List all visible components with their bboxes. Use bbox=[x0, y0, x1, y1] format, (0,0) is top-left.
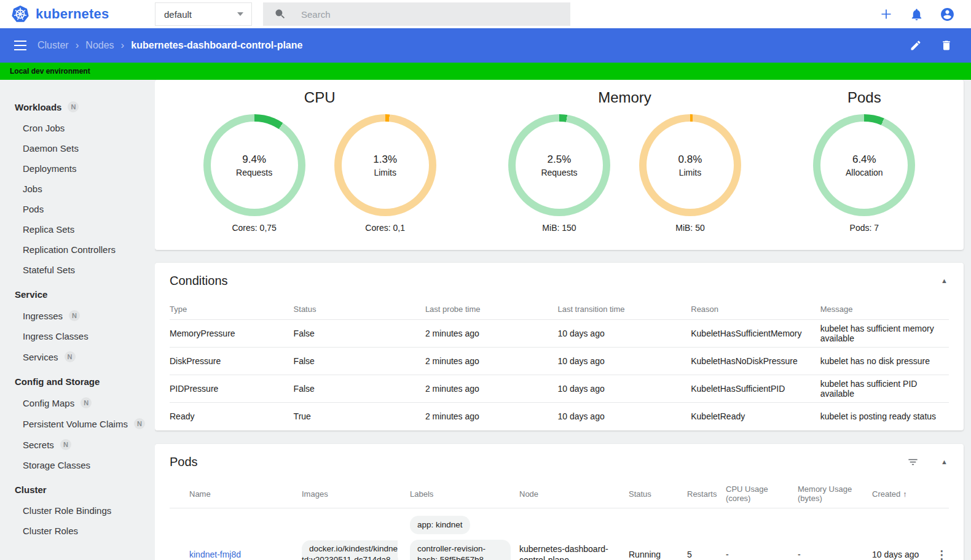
sort-ascending-icon: ↑ bbox=[903, 489, 907, 499]
menu-button[interactable] bbox=[9, 36, 31, 55]
conditions-table-header: Type Status Last probe time Last transit… bbox=[170, 298, 949, 319]
sidebar-item-label: Cluster Role Bindings bbox=[23, 505, 111, 516]
sidebar-item-replication-controllers[interactable]: Replication Controllers bbox=[0, 239, 155, 260]
toolbar: Cluster › Nodes › kubernetes-dashboard-c… bbox=[0, 28, 971, 63]
pod-memory-usage: - bbox=[798, 550, 872, 559]
sidebar-item-secrets[interactable]: Secrets N bbox=[0, 434, 155, 455]
column-header: Memory Usage (bytes) bbox=[798, 484, 872, 503]
donut-caption: Pods: 7 bbox=[850, 223, 879, 233]
pods-table-header: Name Images Labels Node Status Restarts … bbox=[170, 480, 949, 508]
column-header: Name bbox=[189, 489, 302, 499]
sidebar-header-cluster: Cluster bbox=[0, 479, 155, 500]
column-header-label: Created bbox=[872, 489, 900, 499]
sidebar-item-label: Config Maps bbox=[23, 398, 74, 408]
sidebar-item-services[interactable]: Services N bbox=[0, 346, 155, 367]
breadcrumb-separator-icon: › bbox=[121, 39, 125, 52]
chart-group-pods: Pods 6.4% Allocation Pods: 7 bbox=[799, 89, 930, 233]
sidebar: Workloads N Cron Jobs Daemon Sets Deploy… bbox=[0, 80, 155, 560]
plus-icon bbox=[879, 7, 894, 21]
filter-icon bbox=[907, 456, 919, 468]
sidebar-header-label: Config and Storage bbox=[15, 376, 100, 387]
chart-group-memory: Memory 2.5% Requests MiB: 150 bbox=[493, 89, 755, 233]
allocation-card: CPU 9.4% Requests Cores: 0,75 bbox=[155, 80, 964, 250]
column-header-created[interactable]: Created ↑ bbox=[872, 489, 932, 499]
pod-name-link[interactable]: kindnet-fmj8d bbox=[189, 550, 241, 559]
bell-icon bbox=[910, 7, 924, 21]
column-header: Last transition time bbox=[557, 305, 691, 314]
memory-limits-donut: 0.8% Limits bbox=[639, 114, 741, 216]
donut-caption: Cores: 0,75 bbox=[232, 223, 276, 233]
sidebar-item-ingress-classes[interactable]: Ingress Classes bbox=[0, 326, 155, 346]
sidebar-item-daemon-sets[interactable]: Daemon Sets bbox=[0, 138, 155, 158]
brand[interactable]: kubernetes bbox=[0, 5, 155, 23]
donut-caption: MiB: 50 bbox=[675, 223, 704, 233]
sidebar-item-label: Replication Controllers bbox=[23, 244, 116, 255]
notifications-button[interactable] bbox=[910, 7, 924, 21]
condition-transition-time: 10 days ago bbox=[557, 384, 691, 394]
sidebar-item-pods[interactable]: Pods bbox=[0, 199, 155, 219]
pod-name-cell: kindnet-fmj8d bbox=[189, 550, 302, 559]
account-button[interactable] bbox=[940, 7, 955, 22]
condition-status: False bbox=[294, 384, 425, 394]
delete-button[interactable] bbox=[940, 39, 953, 52]
collapse-icon: ▲ bbox=[941, 459, 948, 465]
donut-label: Limits bbox=[374, 168, 396, 177]
search-input[interactable] bbox=[300, 9, 563, 20]
sidebar-item-replica-sets[interactable]: Replica Sets bbox=[0, 219, 155, 239]
sidebar-item-cluster-roles[interactable]: Cluster Roles bbox=[0, 521, 155, 541]
sidebar-item-label: Cluster Roles bbox=[23, 526, 78, 536]
condition-type: MemoryPressure bbox=[170, 329, 294, 338]
column-header: Status bbox=[294, 305, 425, 314]
breadcrumb: Cluster › Nodes › kubernetes-dashboard-c… bbox=[37, 39, 302, 52]
donut-percent: 9.4% bbox=[242, 154, 266, 166]
sidebar-item-label: Jobs bbox=[23, 184, 42, 194]
condition-message: kubelet has sufficient PID available bbox=[820, 379, 949, 399]
column-header: Status bbox=[629, 489, 687, 499]
sidebar-item-cron-jobs[interactable]: Cron Jobs bbox=[0, 118, 155, 138]
cpu-requests-donut: 9.4% Requests bbox=[203, 114, 305, 216]
collapse-icon: ▲ bbox=[941, 278, 948, 284]
kubernetes-logo-icon bbox=[11, 5, 29, 23]
pod-node-cell: kubernetes-dashboard-control-plane bbox=[519, 543, 629, 560]
breadcrumb-cluster[interactable]: Cluster bbox=[37, 40, 69, 51]
sidebar-item-stateful-sets[interactable]: Stateful Sets bbox=[0, 260, 155, 280]
condition-type: PIDPressure bbox=[170, 384, 294, 394]
sidebar-header-label: Service bbox=[15, 289, 47, 300]
edit-button[interactable] bbox=[910, 39, 922, 52]
sidebar-item-label: Daemon Sets bbox=[23, 143, 79, 154]
condition-type: DiskPressure bbox=[170, 356, 294, 366]
pod-actions-menu-button[interactable]: ⋮ bbox=[932, 546, 951, 560]
pod-images-cell: docker.io/kindest/kindnetd:v20230511-dc7… bbox=[302, 543, 410, 560]
breadcrumb-nodes[interactable]: Nodes bbox=[85, 40, 114, 51]
search-bar[interactable] bbox=[263, 2, 570, 26]
chart-group-title: Pods bbox=[799, 89, 930, 106]
column-header: Message bbox=[820, 305, 949, 314]
conditions-collapse-button[interactable]: ▲ bbox=[940, 275, 949, 287]
namespace-select[interactable]: default bbox=[155, 2, 252, 26]
sidebar-item-jobs[interactable]: Jobs bbox=[0, 179, 155, 199]
sidebar-item-label: Storage Classes bbox=[23, 460, 90, 470]
sidebar-item-deployments[interactable]: Deployments bbox=[0, 158, 155, 179]
n-badge: N bbox=[81, 397, 92, 408]
condition-status: False bbox=[294, 329, 425, 338]
sidebar-item-label: Persistent Volume Claims bbox=[23, 419, 128, 429]
condition-status: False bbox=[294, 356, 425, 366]
sidebar-item-cluster-role-bindings[interactable]: Cluster Role Bindings bbox=[0, 500, 155, 521]
sidebar-item-storage-classes[interactable]: Storage Classes bbox=[0, 455, 155, 475]
sidebar-header-label: Cluster bbox=[15, 484, 47, 495]
pods-collapse-button[interactable]: ▲ bbox=[940, 456, 949, 468]
sidebar-item-config-maps[interactable]: Config Maps N bbox=[0, 392, 155, 413]
sidebar-item-label: Replica Sets bbox=[23, 224, 74, 235]
donut-caption: Cores: 0,1 bbox=[365, 223, 405, 233]
sidebar-item-ingresses[interactable]: Ingresses N bbox=[0, 305, 155, 326]
n-badge: N bbox=[60, 439, 71, 450]
condition-probe-time: 2 minutes ago bbox=[425, 411, 558, 421]
create-button[interactable] bbox=[879, 7, 894, 21]
sidebar-section-service: Service Ingresses N Ingress Classes Serv… bbox=[0, 284, 155, 367]
conditions-title: Conditions bbox=[170, 274, 940, 288]
pods-card: Pods ▲ Name Images Labels Node bbox=[155, 444, 964, 560]
sidebar-item-persistent-volume-claims[interactable]: Persistent Volume Claims N bbox=[0, 413, 155, 434]
filter-button[interactable] bbox=[907, 456, 919, 468]
column-header: Reason bbox=[691, 305, 820, 314]
sidebar-header-workloads[interactable]: Workloads N bbox=[0, 96, 155, 118]
